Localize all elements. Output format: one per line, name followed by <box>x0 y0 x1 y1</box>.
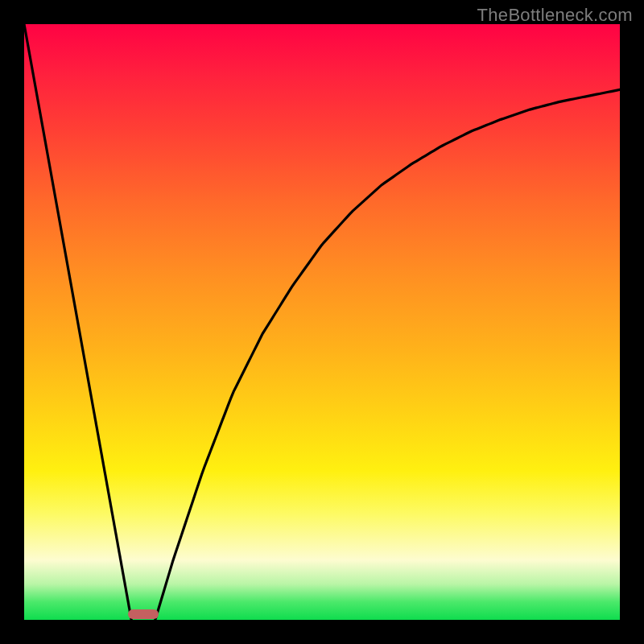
curve-svg <box>24 24 620 620</box>
bottleneck-marker <box>128 609 159 619</box>
curve-left-descent <box>24 24 131 620</box>
chart-frame: TheBottleneck.com <box>0 0 644 644</box>
curve-right-ascent <box>155 89 620 620</box>
plot-area <box>24 24 620 620</box>
watermark-text: TheBottleneck.com <box>477 5 633 26</box>
